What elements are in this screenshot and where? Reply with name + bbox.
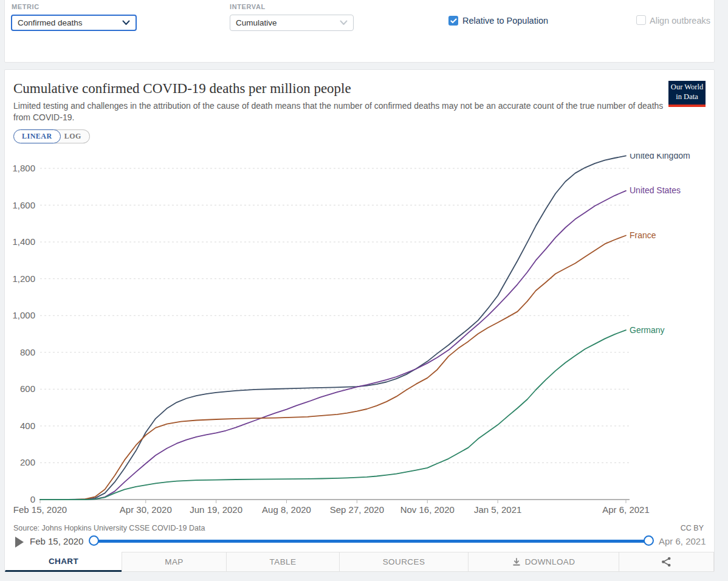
relative-to-population-checkbox[interactable] — [448, 16, 458, 26]
y-tick-label: 1,400 — [12, 236, 35, 247]
interval-label: INTERVAL — [230, 3, 266, 10]
series-label-united-states: United States — [630, 185, 681, 195]
x-tick-label: Jan 5, 2021 — [474, 504, 521, 515]
y-tick-label: 1,200 — [12, 273, 35, 284]
series-line-united-kingdom — [40, 156, 626, 500]
y-tick-label: 400 — [20, 421, 35, 431]
tab-download-label: DOWNLOAD — [525, 557, 575, 566]
chevron-down-icon — [122, 20, 130, 26]
timeline-start-handle[interactable] — [89, 535, 99, 546]
align-outbreaks-checkbox[interactable] — [636, 15, 646, 25]
tab-share[interactable] — [619, 552, 714, 572]
download-icon — [512, 558, 521, 566]
tab-map[interactable]: MAP — [122, 552, 227, 572]
series-line-france — [40, 236, 626, 500]
tab-chart-label: CHART — [49, 557, 78, 566]
tab-table[interactable]: TABLE — [226, 552, 340, 572]
logo-line-1: Our World — [668, 83, 706, 92]
x-tick-label: Jun 19, 2020 — [190, 504, 242, 515]
align-outbreaks-label: Align outbreaks — [650, 16, 710, 26]
x-tick-label: Apr 30, 2020 — [120, 504, 172, 515]
logo-line-2: in Data — [668, 92, 706, 102]
y-tick-label: 1,000 — [12, 310, 35, 320]
y-tick-label: 200 — [20, 457, 35, 467]
metric-dropdown[interactable]: Confirmed deaths — [11, 15, 137, 31]
chevron-down-icon — [340, 20, 348, 26]
y-tick-label: 1,600 — [12, 200, 35, 210]
tab-table-label: TABLE — [270, 557, 297, 566]
timeline-end-date: Apr 6, 2021 — [659, 536, 706, 546]
tab-bar: CHART MAP TABLE SOURCES DOWNLOAD — [5, 552, 714, 572]
interval-dropdown-value: Cumulative — [236, 18, 277, 27]
tab-sources[interactable]: SOURCES — [339, 552, 469, 572]
chart-subtitle: Limited testing and challenges in the at… — [13, 100, 664, 124]
linear-scale-button[interactable]: LINEAR — [13, 129, 61, 143]
metric-label: METRIC — [12, 3, 39, 10]
y-tick-label: 600 — [20, 383, 35, 394]
x-tick-label: Nov 16, 2020 — [400, 504, 455, 515]
tab-map-label: MAP — [165, 557, 183, 566]
tab-download[interactable]: DOWNLOAD — [468, 552, 619, 572]
scale-toggle: LINEAR LOG — [13, 129, 90, 143]
license-text: CC BY — [681, 524, 704, 532]
chart-panel: Cumulative confirmed COVID-19 deaths per… — [4, 69, 715, 572]
logo-red-bar — [668, 105, 706, 107]
interval-dropdown[interactable]: Cumulative — [230, 15, 354, 31]
timeline-start-date: Feb 15, 2020 — [30, 536, 83, 546]
timeline-track[interactable] — [94, 540, 648, 543]
x-tick-label: Feb 15, 2020 — [13, 504, 67, 515]
y-tick-label: 0 — [30, 494, 35, 504]
x-tick-label: Aug 8, 2020 — [262, 504, 311, 515]
check-icon — [450, 18, 457, 24]
x-tick-label: Sep 27, 2020 — [330, 504, 384, 515]
timeline: Feb 15, 2020 Apr 6, 2021 — [5, 534, 714, 550]
share-icon — [661, 557, 671, 567]
y-tick-label: 800 — [20, 347, 35, 357]
timeline-end-handle[interactable] — [644, 535, 654, 546]
series-line-united-states — [40, 191, 626, 500]
tab-chart[interactable]: CHART — [5, 552, 122, 572]
play-icon[interactable] — [15, 537, 24, 548]
controls-panel: METRIC Confirmed deaths INTERVAL Cumulat… — [4, 0, 715, 63]
x-tick-label: Apr 6, 2021 — [602, 504, 650, 515]
chart-title: Cumulative confirmed COVID-19 deaths per… — [13, 81, 351, 97]
relative-to-population-label: Relative to Population — [462, 16, 548, 26]
source-text: Source: Johns Hopkins University CSSE CO… — [13, 524, 205, 532]
tab-sources-label: SOURCES — [383, 557, 425, 566]
y-tick-label: 1,800 — [12, 163, 35, 173]
series-label-germany: Germany — [630, 325, 665, 335]
metric-dropdown-value: Confirmed deaths — [18, 18, 83, 27]
line-chart: 02004006008001,0001,2001,4001,6001,800Fe… — [5, 154, 714, 518]
our-world-in-data-logo[interactable]: Our World in Data — [668, 81, 706, 107]
series-label-united-kingdom: United Kingdom — [630, 154, 690, 160]
series-label-france: France — [630, 230, 656, 240]
